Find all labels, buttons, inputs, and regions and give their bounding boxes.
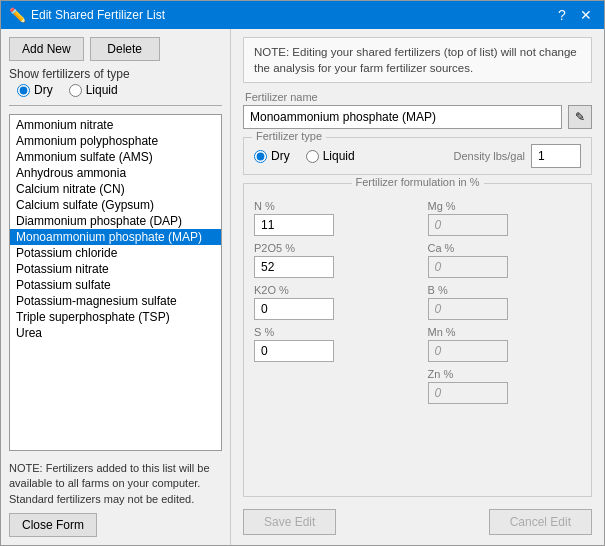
p2o5-label: P2O5 % xyxy=(254,242,408,254)
save-edit-button[interactable]: Save Edit xyxy=(243,509,336,535)
title-bar: ✏️ Edit Shared Fertilizer List ? ✕ xyxy=(1,1,604,29)
close-form-button[interactable]: Close Form xyxy=(9,513,97,537)
fertilizer-name-row: ✎ xyxy=(243,105,592,129)
type-dry-option[interactable]: Dry xyxy=(254,149,290,163)
list-item[interactable]: Potassium sulfate xyxy=(10,277,221,293)
s-label: S % xyxy=(254,326,408,338)
list-item[interactable]: Diammonium phosphate (DAP) xyxy=(10,213,221,229)
cancel-edit-button[interactable]: Cancel Edit xyxy=(489,509,592,535)
window-title: Edit Shared Fertilizer List xyxy=(31,8,165,22)
dry-radio[interactable] xyxy=(17,84,30,97)
fertilizer-type-label: Fertilizer type xyxy=(252,130,326,142)
top-buttons: Add New Delete xyxy=(9,37,222,61)
edit-name-button[interactable]: ✎ xyxy=(568,105,592,129)
filter-section: Show fertilizers of type Dry Liquid xyxy=(9,67,222,97)
note-banner: NOTE: Editing your shared fertilizers (t… xyxy=(243,37,592,83)
fertilizer-type-row: Dry Liquid Density lbs/gal xyxy=(254,144,581,168)
main-window: ✏️ Edit Shared Fertilizer List ? ✕ Add N… xyxy=(0,0,605,546)
divider xyxy=(9,105,222,106)
mn-field: Mn % xyxy=(428,326,582,362)
dry-filter-label: Dry xyxy=(34,83,53,97)
window-icon: ✏️ xyxy=(9,7,25,23)
type-radios: Dry Liquid xyxy=(254,149,355,163)
close-button[interactable]: ✕ xyxy=(576,5,596,25)
k2o-label: K2O % xyxy=(254,284,408,296)
list-item[interactable]: Monoammonium phosphate (MAP) xyxy=(10,229,221,245)
main-content: Add New Delete Show fertilizers of type … xyxy=(1,29,604,545)
list-item[interactable]: Ammonium sulfate (AMS) xyxy=(10,149,221,165)
density-input[interactable] xyxy=(531,144,581,168)
fertilizer-list[interactable]: Ammonium nitrateAmmonium polyphosphateAm… xyxy=(9,114,222,451)
liquid-filter-label: Liquid xyxy=(86,83,118,97)
mg-field: Mg % xyxy=(428,200,582,236)
list-item[interactable]: Potassium nitrate xyxy=(10,261,221,277)
n-input[interactable] xyxy=(254,214,334,236)
density-label: Density lbs/gal xyxy=(453,150,525,162)
ca-field: Ca % xyxy=(428,242,582,278)
n-label: N % xyxy=(254,200,408,212)
list-item[interactable]: Anhydrous ammonia xyxy=(10,165,221,181)
fertilizer-type-section: Fertilizer type Dry Liquid Density l xyxy=(243,137,592,175)
list-item[interactable]: Potassium-magnesium sulfate xyxy=(10,293,221,309)
s-field: S % xyxy=(254,326,408,362)
zn-label: Zn % xyxy=(428,368,582,380)
list-item[interactable]: Ammonium polyphosphate xyxy=(10,133,221,149)
filter-label: Show fertilizers of type xyxy=(9,67,222,81)
b-label: B % xyxy=(428,284,582,296)
mg-input[interactable] xyxy=(428,214,508,236)
type-dry-radio[interactable] xyxy=(254,150,267,163)
liquid-radio-option[interactable]: Liquid xyxy=(69,83,118,97)
left-panel: Add New Delete Show fertilizers of type … xyxy=(1,29,231,545)
type-filter-radios: Dry Liquid xyxy=(9,83,222,97)
list-item[interactable]: Ammonium nitrate xyxy=(10,117,221,133)
ca-input[interactable] xyxy=(428,256,508,278)
type-liquid-option[interactable]: Liquid xyxy=(306,149,355,163)
title-bar-right: ? ✕ xyxy=(552,5,596,25)
list-item[interactable]: Urea xyxy=(10,325,221,341)
n-field: N % xyxy=(254,200,408,236)
add-new-button[interactable]: Add New xyxy=(9,37,84,61)
k2o-field: K2O % xyxy=(254,284,408,320)
formulation-title: Fertilizer formulation in % xyxy=(351,176,483,188)
s-input[interactable] xyxy=(254,340,334,362)
left-note: NOTE: Fertilizers added to this list wil… xyxy=(9,461,222,507)
density-row: Density lbs/gal xyxy=(453,144,581,168)
right-panel: NOTE: Editing your shared fertilizers (t… xyxy=(231,29,604,545)
formulation-section: Fertilizer formulation in % N % Mg % P2O… xyxy=(243,183,592,497)
zn-input[interactable] xyxy=(428,382,508,404)
fertilizer-name-group: Fertilizer name ✎ xyxy=(243,91,592,129)
dry-radio-option[interactable]: Dry xyxy=(17,83,53,97)
bottom-buttons: Save Edit Cancel Edit xyxy=(243,505,592,537)
list-item[interactable]: Potassium chloride xyxy=(10,245,221,261)
k2o-input[interactable] xyxy=(254,298,334,320)
list-item[interactable]: Triple superphosphate (TSP) xyxy=(10,309,221,325)
title-bar-left: ✏️ Edit Shared Fertilizer List xyxy=(9,7,165,23)
help-button[interactable]: ? xyxy=(552,5,572,25)
zn-field: Zn % xyxy=(428,368,582,404)
mn-input[interactable] xyxy=(428,340,508,362)
list-item[interactable]: Calcium nitrate (CN) xyxy=(10,181,221,197)
p2o5-field: P2O5 % xyxy=(254,242,408,278)
list-item[interactable]: Calcium sulfate (Gypsum) xyxy=(10,197,221,213)
formulation-grid: N % Mg % P2O5 % Ca % xyxy=(254,200,581,404)
b-input[interactable] xyxy=(428,298,508,320)
p2o5-input[interactable] xyxy=(254,256,334,278)
fertilizer-name-label: Fertilizer name xyxy=(243,91,592,103)
delete-button[interactable]: Delete xyxy=(90,37,160,61)
type-liquid-radio[interactable] xyxy=(306,150,319,163)
mg-label: Mg % xyxy=(428,200,582,212)
liquid-radio[interactable] xyxy=(69,84,82,97)
fertilizer-name-input[interactable] xyxy=(243,105,562,129)
mn-label: Mn % xyxy=(428,326,582,338)
b-field: B % xyxy=(428,284,582,320)
type-liquid-label: Liquid xyxy=(323,149,355,163)
type-dry-label: Dry xyxy=(271,149,290,163)
ca-label: Ca % xyxy=(428,242,582,254)
